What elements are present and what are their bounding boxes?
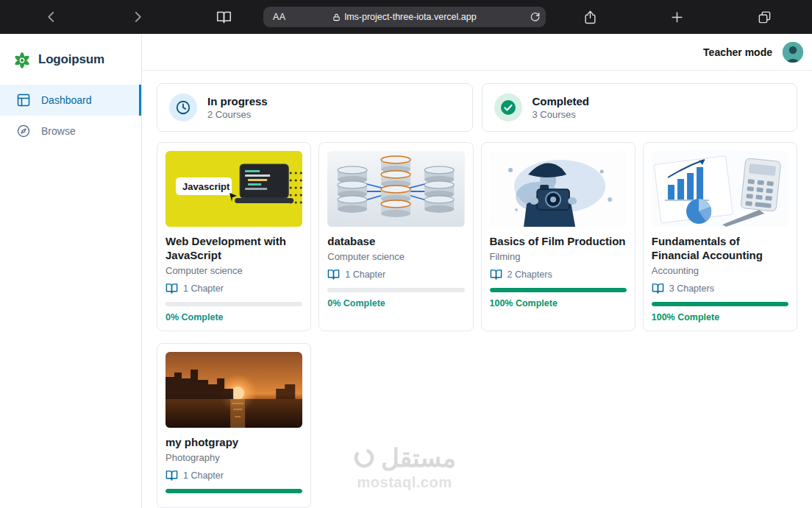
address-bar[interactable]: AA lms-project-three-iota.vercel.app bbox=[263, 7, 546, 27]
tabs-icon bbox=[758, 10, 772, 24]
course-category: Computer science bbox=[327, 251, 464, 262]
sidebar-nav: Dashboard Browse bbox=[0, 85, 141, 147]
chapter-count: 3 Chapters bbox=[669, 283, 714, 294]
progress-bar bbox=[165, 489, 302, 493]
course-thumbnail-database bbox=[327, 151, 464, 227]
sidebar: Logoipsum Dashboard Browse bbox=[0, 34, 142, 508]
lms-app: Logoipsum Dashboard Browse Teacher mode bbox=[0, 34, 812, 508]
url-text: lms-project-three-iota.vercel.app bbox=[344, 12, 476, 22]
course-card[interactable]: database Computer science 1 Chapter 0% C… bbox=[318, 142, 473, 331]
logo-text: Logoipsum bbox=[38, 52, 104, 67]
course-chapters: 2 Chapters bbox=[490, 268, 627, 281]
book-open-icon bbox=[327, 268, 340, 281]
stat-count: 3 Courses bbox=[533, 109, 590, 120]
book-open-icon bbox=[652, 282, 664, 294]
lock-icon bbox=[332, 13, 341, 21]
course-thumbnail-film bbox=[490, 151, 627, 227]
sidebar-item-browse[interactable]: Browse bbox=[0, 116, 141, 147]
book-open-icon bbox=[165, 282, 178, 294]
main-area: Teacher mode In progress 2 Cou bbox=[142, 34, 812, 508]
progress-bar bbox=[652, 302, 788, 306]
progress-label: 0% Complete bbox=[327, 298, 464, 308]
stat-card-completed: Completed 3 Courses bbox=[482, 83, 798, 132]
sidebar-item-label: Browse bbox=[41, 125, 76, 137]
course-title: database bbox=[327, 234, 464, 248]
progress-fill bbox=[652, 302, 788, 306]
browser-back-button[interactable] bbox=[41, 0, 62, 34]
course-chapters: 3 Chapters bbox=[652, 282, 788, 294]
course-chapters: 1 Chapter bbox=[327, 268, 464, 281]
progress-label: 100% Complete bbox=[490, 298, 627, 308]
chapter-count: 1 Chapter bbox=[345, 269, 385, 280]
chapter-count: 1 Chapter bbox=[183, 470, 224, 481]
logo: Logoipsum bbox=[0, 34, 141, 85]
new-tab-button[interactable] bbox=[666, 0, 687, 34]
book-open-icon bbox=[165, 469, 178, 481]
course-category: Accounting bbox=[652, 265, 788, 276]
avatar[interactable] bbox=[783, 42, 803, 63]
dashboard-content: In progress 2 Courses Completed 3 Course… bbox=[142, 71, 812, 508]
course-grid: Javascript Web Development with JavaScri… bbox=[157, 142, 797, 508]
stat-title: Completed bbox=[533, 95, 590, 107]
url-display: lms-project-three-iota.vercel.app bbox=[263, 12, 546, 22]
chevron-left-icon bbox=[45, 10, 58, 24]
stat-title: In progress bbox=[207, 95, 268, 107]
progress-fill bbox=[490, 288, 627, 292]
course-title: Fundamentals of Financial Accounting bbox=[652, 234, 788, 262]
chapter-count: 2 Chapters bbox=[508, 269, 552, 280]
progress-bar bbox=[490, 288, 627, 292]
course-title: Web Development with JavaScript bbox=[165, 234, 302, 262]
tab-overview-button[interactable] bbox=[754, 0, 774, 34]
compass-icon bbox=[16, 124, 31, 138]
course-category: Computer science bbox=[165, 265, 302, 276]
top-bar: Teacher mode bbox=[142, 34, 812, 71]
stat-count: 2 Courses bbox=[207, 109, 268, 120]
course-chapters: 1 Chapter bbox=[165, 282, 302, 294]
progress-label: 0% Complete bbox=[165, 312, 302, 322]
share-icon bbox=[583, 10, 597, 24]
stats-row: In progress 2 Courses Completed 3 Course… bbox=[157, 83, 797, 132]
course-title: Basics of Film Production bbox=[490, 234, 627, 248]
reading-list-button[interactable] bbox=[213, 0, 234, 34]
progress-bar bbox=[327, 288, 464, 292]
sidebar-item-label: Dashboard bbox=[41, 94, 92, 106]
book-open-icon bbox=[490, 268, 502, 281]
course-category: Photography bbox=[165, 452, 302, 463]
course-thumbnail-sunset bbox=[165, 352, 302, 428]
course-category: Filming bbox=[490, 251, 627, 262]
progress-fill bbox=[165, 489, 302, 493]
progress-label: 100% Complete bbox=[652, 312, 788, 322]
course-title: my photgrapy bbox=[165, 435, 302, 449]
check-circle-icon bbox=[494, 94, 522, 121]
thumbnail-label: Javascript bbox=[182, 181, 230, 192]
chevron-right-icon bbox=[131, 10, 144, 24]
share-button[interactable] bbox=[580, 0, 600, 34]
course-card[interactable]: my photgrapy Photography 1 Chapter bbox=[157, 343, 311, 508]
clock-icon bbox=[169, 94, 197, 121]
course-card[interactable]: Fundamentals of Financial Accounting Acc… bbox=[643, 142, 797, 331]
layout-icon bbox=[16, 93, 31, 107]
teacher-mode-button[interactable]: Teacher mode bbox=[703, 46, 772, 58]
avatar-image bbox=[783, 42, 803, 63]
reload-icon bbox=[530, 12, 540, 22]
logo-icon bbox=[12, 49, 32, 70]
browser-forward-button[interactable] bbox=[127, 0, 148, 34]
progress-bar bbox=[165, 302, 302, 306]
course-thumbnail-javascript: Javascript bbox=[165, 151, 302, 227]
stat-card-in-progress: In progress 2 Courses bbox=[157, 83, 473, 132]
course-chapters: 1 Chapter bbox=[165, 469, 302, 481]
sidebar-item-dashboard[interactable]: Dashboard bbox=[0, 85, 141, 116]
book-icon bbox=[216, 10, 232, 25]
course-card[interactable]: Javascript Web Development with JavaScri… bbox=[157, 142, 311, 331]
chapter-count: 1 Chapter bbox=[183, 283, 224, 294]
browser-chrome: AA lms-project-three-iota.vercel.app bbox=[0, 0, 812, 34]
course-card[interactable]: Basics of Film Production Filming 2 Chap… bbox=[481, 142, 635, 331]
reader-options-button[interactable]: AA bbox=[273, 12, 286, 22]
plus-icon bbox=[670, 10, 684, 24]
course-thumbnail-finance bbox=[652, 151, 788, 227]
reload-button[interactable] bbox=[529, 11, 541, 23]
